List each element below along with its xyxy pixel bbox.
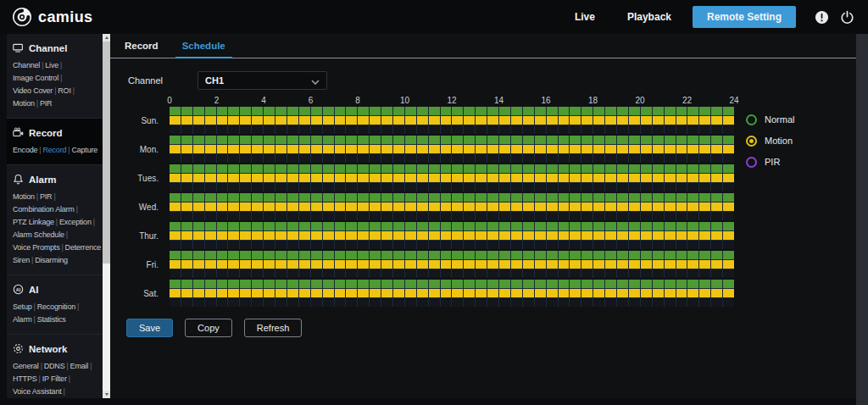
schedule-cell[interactable] [346,164,357,173]
schedule-cell[interactable] [275,164,287,173]
schedule-cell[interactable] [581,241,593,249]
schedule-cell[interactable] [499,280,510,288]
schedule-cell[interactable] [417,280,428,288]
tab-record[interactable]: Record [123,34,160,58]
schedule-cell[interactable] [464,145,475,153]
schedule-cell[interactable] [287,280,298,288]
schedule-cell[interactable] [723,145,734,153]
schedule-cell[interactable] [335,222,346,230]
schedule-cell[interactable] [170,212,181,220]
schedule-cell[interactable] [358,193,369,202]
schedule-cell[interactable] [464,116,475,125]
schedule-cell[interactable] [311,125,322,134]
schedule-cell[interactable] [570,183,581,191]
schedule-cell[interactable] [287,116,298,125]
schedule-cell[interactable] [228,202,239,211]
schedule-cell[interactable] [393,241,404,249]
schedule-cell[interactable] [687,231,698,240]
sidebar-link-pir[interactable]: PIR [40,192,52,201]
schedule-cell[interactable] [487,212,498,220]
schedule-cell[interactable] [711,174,722,182]
schedule-cell[interactable] [711,212,722,220]
schedule-cell[interactable] [629,231,640,240]
schedule-cell[interactable] [311,174,322,182]
schedule-cell[interactable] [653,193,664,202]
schedule-cell[interactable] [275,269,287,278]
schedule-cell[interactable] [393,174,404,182]
schedule-cell[interactable] [629,269,640,278]
sidebar-link-general[interactable]: General [13,362,39,370]
schedule-cell[interactable] [346,280,357,288]
schedule-cell[interactable] [711,251,722,259]
schedule-cell[interactable] [335,154,346,163]
schedule-cell[interactable] [559,183,570,191]
schedule-cell[interactable] [452,116,463,125]
schedule-cell[interactable] [665,116,676,125]
schedule-cell[interactable] [676,289,687,297]
schedule-cell[interactable] [346,154,357,163]
schedule-cell[interactable] [170,222,181,230]
schedule-cell[interactable] [287,145,298,153]
schedule-cell[interactable] [676,298,687,307]
schedule-cell[interactable] [617,269,628,278]
schedule-cell[interactable] [676,183,687,191]
schedule-cell[interactable] [687,183,698,191]
schedule-cell[interactable] [264,298,275,307]
schedule-cell[interactable] [523,212,534,220]
schedule-cell[interactable] [641,222,652,230]
schedule-cell[interactable] [523,145,534,153]
schedule-cell[interactable] [452,298,463,307]
schedule-cell[interactable] [570,136,581,144]
schedule-cell[interactable] [335,164,346,173]
schedule-cell[interactable] [358,212,369,220]
schedule-cell[interactable] [311,222,322,230]
schedule-cell[interactable] [476,136,487,144]
schedule-cell[interactable] [228,212,239,220]
schedule-cell[interactable] [617,231,628,240]
schedule-cell[interactable] [417,212,428,220]
schedule-cell[interactable] [370,202,381,211]
schedule-cell[interactable] [641,164,652,173]
schedule-cell[interactable] [570,174,581,182]
schedule-cell[interactable] [393,298,404,307]
schedule-cell[interactable] [217,202,228,211]
schedule-cell[interactable] [417,145,428,153]
schedule-cell[interactable] [287,222,298,230]
schedule-cell[interactable] [570,269,581,278]
sidebar-link-statistics[interactable]: Statistics [37,315,66,324]
schedule-cell[interactable] [499,107,510,115]
schedule-cell[interactable] [381,154,392,163]
schedule-cell[interactable] [665,174,676,182]
sidebar-link-channel[interactable]: Channel [13,61,40,69]
schedule-cell[interactable] [641,145,652,153]
schedule-cell[interactable] [346,116,357,125]
schedule-cell[interactable] [499,116,510,125]
schedule-cell[interactable] [547,251,558,259]
schedule-cell[interactable] [228,125,239,134]
schedule-cell[interactable] [181,202,192,211]
schedule-cell[interactable] [711,280,722,288]
schedule-cell[interactable] [617,280,628,288]
schedule-cell[interactable] [559,280,570,288]
schedule-cell[interactable] [476,193,487,202]
schedule-cell[interactable] [593,280,604,288]
schedule-cell[interactable] [228,164,239,173]
topnav-playback[interactable]: Playback [611,11,687,23]
schedule-cell[interactable] [441,289,452,297]
schedule-cell[interactable] [252,193,263,202]
schedule-cell[interactable] [441,193,452,202]
schedule-cell[interactable] [299,183,310,191]
schedule-cell[interactable] [499,202,510,211]
schedule-cell[interactable] [417,174,428,182]
schedule-cell[interactable] [535,107,546,115]
schedule-cell[interactable] [487,116,498,125]
schedule-cell[interactable] [523,231,534,240]
schedule-cell[interactable] [417,298,428,307]
sidebar-link-ddns[interactable]: DDNS [44,362,65,370]
schedule-cell[interactable] [711,269,722,278]
schedule-cell[interactable] [570,125,581,134]
schedule-cell[interactable] [299,241,310,249]
schedule-cell[interactable] [499,298,510,307]
schedule-cell[interactable] [653,269,664,278]
schedule-cell[interactable] [393,107,404,115]
